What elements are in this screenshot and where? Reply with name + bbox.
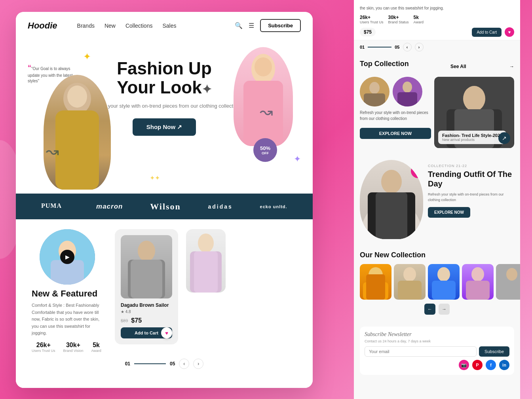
nav-brands[interactable]: Brands <box>77 23 95 29</box>
featured-inner: ▶ New & Featured Comfort & Style : Best … <box>28 229 301 353</box>
svg-point-46 <box>506 268 517 281</box>
top-collection-title: Top Collection <box>28 387 82 388</box>
rp-big-badge-sub: New arrival products <box>442 138 502 142</box>
play-button[interactable]: ▶ <box>60 250 74 264</box>
spark-icon: ✳ <box>419 160 423 167</box>
social-icons: 📷 P f in <box>365 360 509 370</box>
top-collection-section: Top Collection See All <box>16 379 313 388</box>
rp-collection-desc: Refresh your style with on-trend pieces … <box>360 110 431 122</box>
rp-add-to-cart-button[interactable]: Add to Cart <box>472 28 502 37</box>
svg-rect-35 <box>376 192 407 239</box>
rp-stat-users: 26k+ Users Trust Us <box>360 15 384 24</box>
svg-rect-12 <box>131 260 162 298</box>
svg-rect-24 <box>364 93 385 106</box>
svg-point-26 <box>403 82 412 93</box>
linkedin-icon[interactable]: in <box>499 360 509 370</box>
stat-brand: 30k+ Brand Vision <box>63 342 84 353</box>
rp-carousel-total: 05 <box>395 45 399 49</box>
svg-rect-42 <box>432 281 456 300</box>
rp-carousel-bar <box>368 47 391 48</box>
newsletter-form: Subscribe <box>365 346 509 357</box>
rp-trending-text: COLLECTION 21-22 Trending Outfit Of The … <box>428 160 514 218</box>
product-name: Dagadu Brown Sailor <box>121 302 172 308</box>
rp-big-explore-button[interactable]: ↗ <box>498 132 510 144</box>
nav-new[interactable]: New <box>104 23 116 29</box>
rp-newsletter: Subscribe Newsletter Contact us 24 hours… <box>354 321 520 381</box>
rp-trending-desc: Refresh your style with on-trend pieces … <box>428 192 514 203</box>
rp-product-desc: the skin, you can use this sweatshirt fo… <box>360 3 514 13</box>
nav-collections[interactable]: Collections <box>125 23 152 29</box>
logo: Hoodie <box>28 21 57 31</box>
featured-section: ▶ New & Featured Comfort & Style : Best … <box>16 219 313 379</box>
rp-next-button[interactable]: › <box>415 43 424 51</box>
rp-trending-image: 10% off ✳ <box>360 160 423 239</box>
svg-point-23 <box>369 82 380 94</box>
svg-point-5 <box>255 57 272 76</box>
rp-newsletter-card: Subscribe Newsletter Contact us 24 hours… <box>360 327 514 375</box>
rp-collection-next-button[interactable]: → <box>439 304 450 315</box>
svg-rect-38 <box>366 274 385 300</box>
shop-now-button[interactable]: Shop Now <box>133 118 196 136</box>
instagram-icon[interactable]: 📷 <box>459 360 469 370</box>
featured-left: ▶ New & Featured Comfort & Style : Best … <box>28 229 107 353</box>
email-input[interactable] <box>365 346 477 357</box>
rp-collection-prev-button[interactable]: ← <box>424 304 435 315</box>
facebook-icon[interactable]: f <box>486 360 496 370</box>
rp-collection-row: Refresh your style with on-trend pieces … <box>360 77 514 148</box>
rp-new-collection-grid <box>360 264 514 300</box>
arrow-right-decor: ↝ <box>260 103 273 121</box>
new-collection-item-3[interactable] <box>428 264 460 300</box>
svg-point-33 <box>381 170 402 194</box>
new-collection-item-2[interactable] <box>394 264 426 300</box>
newsletter-submit-button[interactable]: Subscribe <box>479 346 509 357</box>
carousel-prev-button[interactable]: ‹ <box>179 359 189 369</box>
svg-point-10 <box>138 241 155 261</box>
svg-point-2 <box>67 86 87 108</box>
rp-circles-row <box>360 77 431 106</box>
hero-left-image <box>44 75 111 190</box>
svg-point-29 <box>463 86 485 111</box>
star-icon: ✦ <box>83 51 91 62</box>
new-collection-item-1[interactable] <box>360 264 391 300</box>
svg-rect-40 <box>398 281 422 300</box>
rp-price: $75 <box>360 28 376 36</box>
featured-description: Comfort & Style : Best Fashionably Comfo… <box>32 302 103 337</box>
carousel-progress-bar <box>134 363 166 364</box>
rp-top-collection-title: Top Collection <box>360 60 409 68</box>
brand-adidas: adidas <box>208 203 233 210</box>
rp-big-collection-image: Fashion- Tred Life Style-2022 New arriva… <box>434 77 514 148</box>
rp-explore-button[interactable]: EXPLORE NOW <box>360 128 431 139</box>
hero-person-right <box>234 47 293 146</box>
rp-see-all-link[interactable]: See All <box>450 64 466 69</box>
discount-badge: 50% OFF <box>253 138 277 162</box>
rp-circle-2 <box>393 77 422 106</box>
rp-big-badge-title: Fashion- Tred Life Style-2022 <box>442 133 502 138</box>
sparkle-decor: ✦✦ <box>150 174 160 182</box>
brands-bar: PUMA macron Wilson adidas ecko unltd. <box>16 194 313 219</box>
carousel-total: 05 <box>170 361 175 367</box>
pinterest-icon[interactable]: P <box>472 360 483 370</box>
price-new: $75 <box>131 317 142 324</box>
rp-top-product: the skin, you can use this sweatshirt fo… <box>354 0 520 40</box>
stat-users: 26k+ Users Trust Us <box>32 342 55 353</box>
rp-trending-section: 10% off ✳ COLLECTION 21-22 Trending Outf… <box>354 154 520 245</box>
left-panel: Hoodie Brands New Collections Sales 🔍 ☰ … <box>16 12 313 388</box>
carousel-current: 01 <box>125 361 130 367</box>
rp-trending-explore-button[interactable]: EXPLORE NOW <box>428 207 470 218</box>
carousel-next-button[interactable]: › <box>193 359 203 369</box>
star-purple-icon: ✦ <box>294 154 301 164</box>
nav-sales[interactable]: Sales <box>162 23 176 29</box>
rp-prev-button[interactable]: ‹ <box>403 43 412 51</box>
rp-heart-icon[interactable]: ♥ <box>505 27 514 37</box>
new-collection-item-5[interactable] <box>496 264 520 300</box>
rp-price-row: $75 Add to Cart ♥ <box>360 27 514 37</box>
rp-stat-award: 5k Award <box>414 15 424 24</box>
new-collection-item-4[interactable] <box>462 264 494 300</box>
menu-icon[interactable]: ☰ <box>249 22 254 29</box>
subscribe-button[interactable]: Subscribe <box>260 19 301 32</box>
newsletter-title: Subscribe Newsletter <box>365 331 509 338</box>
search-icon[interactable]: 🔍 <box>235 22 243 29</box>
rp-see-all-arrow[interactable]: → <box>509 64 514 69</box>
heart-icon[interactable]: ♥ <box>161 327 172 338</box>
rp-circle-1 <box>360 77 390 106</box>
